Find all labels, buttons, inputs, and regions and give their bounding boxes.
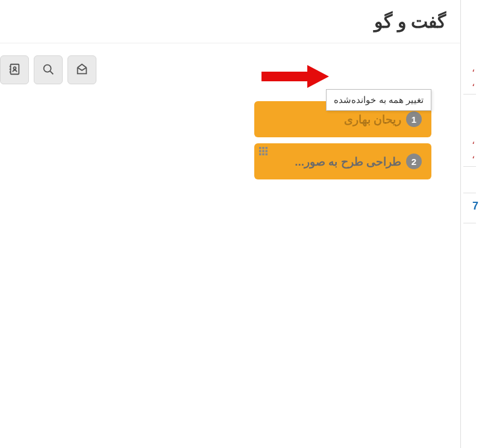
conversation-title: طراحی طرح به صور... bbox=[264, 155, 406, 169]
sliver-marker: ، bbox=[472, 77, 475, 89]
search-button[interactable] bbox=[34, 55, 63, 84]
contacts-button[interactable] bbox=[0, 55, 29, 84]
svg-rect-9 bbox=[262, 147, 264, 149]
unread-badge: 2 bbox=[406, 154, 422, 169]
sliver-divider bbox=[463, 166, 476, 167]
toolbar bbox=[0, 43, 460, 89]
address-book-icon bbox=[8, 63, 21, 78]
svg-rect-8 bbox=[259, 147, 261, 149]
svg-rect-14 bbox=[259, 154, 261, 156]
mark-all-read-button[interactable] bbox=[67, 55, 96, 84]
sliver-divider bbox=[463, 223, 476, 223]
sliver-marker: ، bbox=[472, 149, 475, 161]
svg-point-4 bbox=[13, 67, 16, 69]
grid-icon bbox=[259, 147, 268, 158]
sliver-number: 7 bbox=[472, 200, 478, 213]
chat-panel: گفت و گو تغییر همه به خوانده‌شده 1 ریحان… bbox=[0, 0, 460, 448]
sliver-marker: ، bbox=[472, 63, 475, 74]
svg-rect-10 bbox=[266, 147, 268, 149]
svg-rect-12 bbox=[262, 150, 264, 152]
unread-badge: 1 bbox=[406, 111, 422, 127]
adjacent-panel-edge: ، ، ، ، 7 bbox=[460, 0, 482, 448]
search-icon bbox=[42, 63, 55, 78]
panel-title: گفت و گو bbox=[374, 11, 446, 31]
envelope-open-icon bbox=[75, 63, 89, 78]
sliver-marker: ، bbox=[472, 135, 475, 146]
svg-rect-13 bbox=[266, 150, 268, 152]
conversation-title: ریحان بهاری bbox=[264, 113, 406, 126]
svg-rect-11 bbox=[259, 150, 261, 152]
sliver-divider bbox=[463, 193, 476, 193]
panel-header: گفت و گو bbox=[0, 0, 460, 43]
svg-point-5 bbox=[44, 64, 51, 72]
tooltip-mark-all-read: تغییر همه به خوانده‌شده bbox=[326, 89, 431, 111]
svg-rect-15 bbox=[262, 154, 264, 156]
svg-line-6 bbox=[50, 71, 53, 74]
sliver-divider bbox=[463, 94, 476, 95]
svg-rect-16 bbox=[266, 154, 268, 156]
conversation-item[interactable]: 2 طراحی طرح به صور... bbox=[254, 143, 431, 179]
